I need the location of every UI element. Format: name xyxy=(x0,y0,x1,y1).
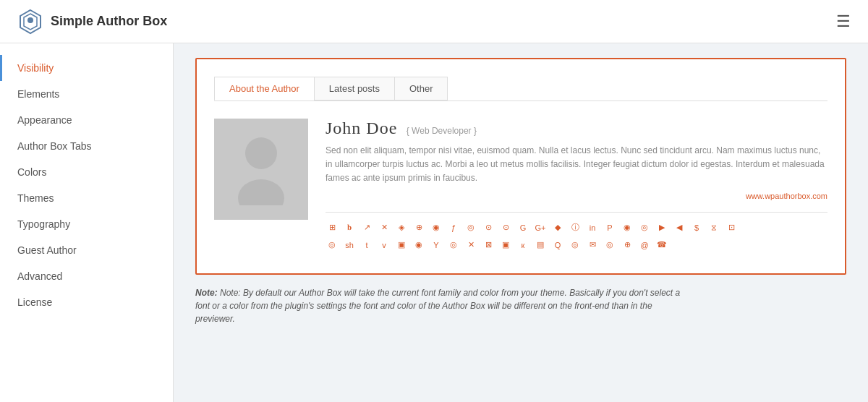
social-icon[interactable]: ⧖ xyxy=(707,221,720,234)
tab-latest-posts[interactable]: Latest posts xyxy=(314,77,395,100)
svg-point-4 xyxy=(238,179,284,205)
social-icon[interactable]: ⊙ xyxy=(482,221,495,234)
social-icon[interactable]: t xyxy=(360,239,373,252)
social-icon[interactable]: ⊠ xyxy=(482,239,495,252)
social-icon[interactable]: v xyxy=(378,239,391,252)
author-name: John Doe xyxy=(326,119,397,137)
svg-point-2 xyxy=(27,17,33,23)
social-icon[interactable]: G xyxy=(516,221,529,234)
social-icon[interactable]: ⊕ xyxy=(621,239,634,252)
main-layout: Visibility Elements Appearance Author Bo… xyxy=(0,43,868,402)
avatar-silhouette-icon xyxy=(236,133,286,205)
social-icon[interactable]: ◎ xyxy=(447,239,460,252)
author-area: John Doe { Web Developer } Sed non elit … xyxy=(214,119,827,256)
social-icon[interactable]: ◎ xyxy=(326,239,339,252)
main-content: About the Author Latest posts Other John… xyxy=(174,43,868,402)
tab-about-author[interactable]: About the Author xyxy=(214,77,315,100)
author-bio: Sed non elit aliquam, tempor nisi vitae,… xyxy=(326,144,827,186)
social-icon[interactable]: ▣ xyxy=(499,239,512,252)
social-icon[interactable]: ✕ xyxy=(378,221,391,234)
social-icon[interactable]: ⊡ xyxy=(725,221,738,234)
social-icon[interactable]: ▤ xyxy=(534,239,547,252)
sidebar-item-advanced[interactable]: Advanced xyxy=(0,263,173,289)
social-icon[interactable]: ƒ xyxy=(447,221,460,234)
footer-note: Note: Note: By default our Author Box wi… xyxy=(195,286,687,325)
social-icon[interactable]: ◈ xyxy=(395,221,408,234)
social-icon[interactable]: ◎ xyxy=(603,239,616,252)
logo-area: Simple Author Box xyxy=(17,9,167,35)
social-icon[interactable]: Q xyxy=(551,239,564,252)
author-role: { Web Developer } xyxy=(407,126,477,136)
social-icon[interactable]: ▣ xyxy=(395,239,408,252)
social-icon[interactable]: in xyxy=(586,221,599,234)
app-title: Simple Author Box xyxy=(51,14,167,29)
social-icon[interactable]: ◀ xyxy=(673,221,686,234)
sidebar-item-typography[interactable]: Typography xyxy=(0,211,173,237)
author-avatar xyxy=(214,119,308,220)
social-icon[interactable]: ☎ xyxy=(655,239,668,252)
social-icon[interactable]: 𝐛 xyxy=(343,221,356,234)
svg-point-3 xyxy=(245,137,277,169)
sidebar-item-appearance[interactable]: Appearance xyxy=(0,107,173,133)
social-icon[interactable]: ◆ xyxy=(551,221,564,234)
social-icon[interactable]: @ xyxy=(638,239,651,252)
sidebar-item-author-box-tabs[interactable]: Author Box Tabs xyxy=(0,133,173,159)
author-website: www.wpauthorbox.com xyxy=(326,192,827,200)
sidebar-item-elements[interactable]: Elements xyxy=(0,81,173,107)
author-info: John Doe { Web Developer } Sed non elit … xyxy=(326,119,827,256)
social-icon[interactable]: ◉ xyxy=(430,221,443,234)
sidebar: Visibility Elements Appearance Author Bo… xyxy=(0,43,174,402)
social-icon[interactable]: ↗ xyxy=(360,221,373,234)
sidebar-item-visibility[interactable]: Visibility xyxy=(0,55,173,81)
sidebar-item-colors[interactable]: Colors xyxy=(0,159,173,185)
social-icon[interactable]: ◎ xyxy=(464,221,477,234)
author-name-row: John Doe { Web Developer } xyxy=(326,119,827,138)
social-icons-row-2: ◎ sh t v ▣ ◉ Y ◎ ✕ ⊠ ▣ к ▤ xyxy=(326,239,827,252)
sidebar-item-license[interactable]: License xyxy=(0,289,173,315)
social-icon[interactable]: ◉ xyxy=(621,221,634,234)
social-icon[interactable]: sh xyxy=(343,239,356,252)
social-icon[interactable]: ◎ xyxy=(638,221,651,234)
menu-button[interactable]: ☰ xyxy=(836,12,851,31)
social-area: ⊞ 𝐛 ↗ ✕ ◈ ⊕ ◉ ƒ ◎ ⊙ ⊙ G G+ xyxy=(326,212,827,252)
social-icon[interactable]: ✕ xyxy=(464,239,477,252)
social-icon[interactable]: ✉ xyxy=(586,239,599,252)
sidebar-item-guest-author[interactable]: Guest Author xyxy=(0,237,173,263)
social-icon[interactable]: P xyxy=(603,221,616,234)
social-icon[interactable]: ◎ xyxy=(569,239,582,252)
social-icon[interactable]: ⓘ xyxy=(569,221,582,234)
social-icon[interactable]: ⊙ xyxy=(499,221,512,234)
tab-other[interactable]: Other xyxy=(394,77,448,100)
logo-icon xyxy=(17,9,43,35)
social-icon[interactable]: G+ xyxy=(534,221,547,234)
social-icons-row-1: ⊞ 𝐛 ↗ ✕ ◈ ⊕ ◉ ƒ ◎ ⊙ ⊙ G G+ xyxy=(326,221,827,234)
social-icon[interactable]: к xyxy=(516,239,529,252)
social-icon[interactable]: Y xyxy=(430,239,443,252)
social-icon[interactable]: ▶ xyxy=(655,221,668,234)
social-icon[interactable]: ◉ xyxy=(412,239,425,252)
social-icon[interactable]: $ xyxy=(690,221,703,234)
sidebar-item-themes[interactable]: Themes xyxy=(0,185,173,211)
social-icon[interactable]: ⊕ xyxy=(412,221,425,234)
header: Simple Author Box ☰ xyxy=(0,0,868,43)
preview-tabs: About the Author Latest posts Other xyxy=(214,77,827,101)
social-icon[interactable]: ⊞ xyxy=(326,221,339,234)
preview-box: About the Author Latest posts Other John… xyxy=(195,58,846,275)
